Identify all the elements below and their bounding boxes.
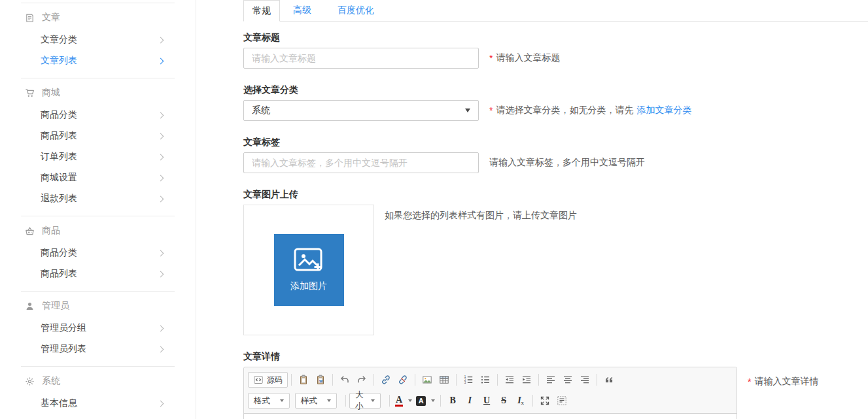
remove-format-button[interactable]: I x	[512, 393, 529, 409]
article-title-input[interactable]	[243, 48, 479, 69]
toolbar-separator	[345, 395, 346, 407]
sidebar-section-admin-header[interactable]: 管理员	[0, 294, 196, 318]
sidebar-item-admin-list[interactable]: 管理员列表	[0, 339, 196, 360]
source-button[interactable]: 源码	[248, 372, 288, 388]
maximize-button[interactable]	[536, 393, 553, 409]
sidebar-item-label: 商品分类	[41, 109, 77, 121]
bullet-list-button[interactable]	[477, 372, 494, 388]
image-button[interactable]	[419, 372, 436, 388]
sidebar-item-order-list[interactable]: 订单列表	[0, 146, 196, 167]
blockquote-button[interactable]	[600, 372, 617, 388]
article-tags-hint: 请输入文章标签，多个用中文逗号隔开	[489, 157, 645, 169]
sidebar-item-label: 订单列表	[41, 151, 77, 163]
align-left-button[interactable]	[542, 372, 559, 388]
add-image-button[interactable]: 添加图片	[274, 234, 344, 306]
tab-general[interactable]: 常规	[243, 0, 280, 22]
sidebar-item-label: 退款列表	[41, 193, 77, 205]
table-button[interactable]	[436, 372, 453, 388]
svg-text:W: W	[319, 379, 323, 383]
sidebar-section-mall: 商城 商品分类 商品列表 订单列表 商城设置 退款列表	[0, 78, 196, 216]
numbered-list-button[interactable]: 123	[460, 372, 477, 388]
sidebar-item-goods-category[interactable]: 商品分类	[0, 243, 196, 263]
sidebar-section-mall-header[interactable]: 商城	[0, 81, 196, 105]
strikethrough-icon: S	[501, 395, 506, 406]
sidebar-item-label: 商品列表	[41, 268, 77, 280]
svg-text:3: 3	[464, 381, 466, 384]
required-mark: *	[748, 377, 751, 387]
goods-icon	[25, 226, 35, 236]
sidebar-item-mall-goods-list[interactable]: 商品列表	[0, 126, 196, 146]
align-right-icon	[580, 375, 590, 385]
sidebar-section-goods: 商品 商品分类 商品列表	[0, 216, 196, 291]
toolbar-separator	[532, 395, 533, 407]
chevron-right-icon	[158, 346, 164, 352]
link-icon	[381, 375, 391, 385]
sidebar-section-system-header[interactable]: 系统	[0, 369, 196, 393]
align-center-icon	[563, 375, 573, 385]
editor-toolbar-row-1: 源码W123	[248, 370, 733, 390]
article-image-upload[interactable]: 添加图片	[243, 205, 374, 335]
sidebar-section-article: 文章 文章分类 文章列表	[0, 3, 196, 78]
outdent-button[interactable]	[501, 372, 518, 388]
undo-button[interactable]	[336, 372, 353, 388]
article-category-select[interactable]: 系统	[243, 100, 479, 121]
chevron-right-icon	[158, 271, 164, 277]
format-combo[interactable]: 格式	[248, 393, 290, 409]
article-category-hint: * 请选择文章分类，如无分类，请先 添加文章分类	[489, 105, 691, 116]
sidebar-section-article-header[interactable]: 文章	[0, 6, 196, 29]
article-icon	[25, 13, 35, 23]
show-blocks-icon	[557, 395, 567, 406]
strikethrough-button[interactable]: S	[495, 393, 512, 409]
tab-baidu-seo[interactable]: 百度优化	[324, 0, 387, 21]
italic-button[interactable]: I	[461, 393, 478, 409]
chevron-right-icon	[158, 400, 164, 407]
style-combo[interactable]: 样式	[295, 393, 337, 409]
sidebar-item-mall-goods-category[interactable]: 商品分类	[0, 105, 196, 126]
tab-advanced[interactable]: 高级	[280, 0, 324, 21]
sidebar-item-refund-list[interactable]: 退款列表	[0, 188, 196, 209]
size-combo[interactable]: 大小	[349, 393, 381, 409]
toolbar-separator	[456, 374, 457, 386]
editor-content-area[interactable]	[244, 414, 737, 419]
align-right-button[interactable]	[576, 372, 593, 388]
bold-button[interactable]: B	[444, 393, 461, 409]
italic-icon: I	[468, 395, 471, 406]
redo-button[interactable]	[353, 372, 370, 388]
show-blocks-button[interactable]	[553, 393, 570, 409]
bold-icon: B	[449, 395, 455, 406]
toolbar-separator	[389, 395, 390, 407]
link-button[interactable]	[377, 372, 394, 388]
sidebar-section-system: 系统 基本信息	[0, 367, 196, 419]
system-icon	[25, 377, 35, 386]
toolbar-separator	[373, 374, 374, 386]
toolbar-separator	[291, 374, 292, 386]
sidebar-item-admin-group[interactable]: 管理员分组	[0, 318, 196, 339]
sidebar-item-article-category[interactable]: 文章分类	[0, 29, 196, 50]
background-color-button[interactable]: A	[414, 393, 437, 409]
field-article-detail: 文章详情 源码W123 格式 样式	[243, 350, 868, 419]
unlink-icon	[398, 375, 408, 385]
field-article-category: 选择文章分类 系统 * 请选择文章分类，如无分类，请先 添加文章分类	[243, 83, 868, 121]
underline-button[interactable]: U	[478, 393, 495, 409]
align-center-button[interactable]	[559, 372, 576, 388]
toolbar-separator	[597, 374, 597, 386]
blockquote-icon	[604, 375, 614, 385]
add-article-category-link[interactable]: 添加文章分类	[636, 105, 691, 116]
admin-icon	[25, 301, 35, 311]
sidebar-item-article-list[interactable]: 文章列表	[0, 50, 196, 71]
unlink-button[interactable]	[394, 372, 411, 388]
sidebar-section-goods-header[interactable]: 商品	[0, 219, 196, 243]
field-article-image: 文章图片上传 添加图片 如果您选择的列表样式有图片，请上传文章图片	[243, 188, 868, 335]
paste-button[interactable]	[295, 372, 312, 388]
sidebar-item-goods-list[interactable]: 商品列表	[0, 263, 196, 284]
article-tags-input[interactable]	[243, 152, 479, 173]
text-color-button[interactable]: A	[393, 393, 414, 409]
sidebar-item-basic-info[interactable]: 基本信息	[0, 393, 196, 414]
sidebar-item-mall-settings[interactable]: 商城设置	[0, 167, 196, 188]
indent-button[interactable]	[518, 372, 535, 388]
paste-word-button[interactable]: W	[312, 372, 329, 388]
article-title-hint: * 请输入文章标题	[489, 52, 560, 64]
toolbar-separator	[415, 374, 415, 386]
sidebar-item-label: 管理员分组	[41, 322, 86, 334]
caret-down-icon	[431, 399, 435, 402]
